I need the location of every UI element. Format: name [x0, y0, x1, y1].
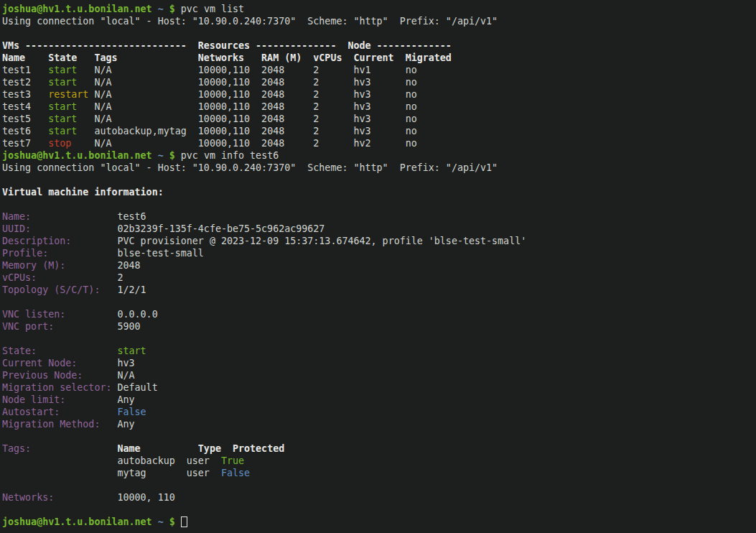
- field-value: N/A: [83, 370, 134, 381]
- field-label: Node limit:: [2, 394, 65, 405]
- terminal-line: VNC listen: 0.0.0.0: [2, 308, 756, 320]
- terminal-line: Memory (M): 2048: [2, 259, 756, 272]
- terminal-text: [164, 516, 169, 527]
- vm-row-values: N/A 10000,110 2048 2 hv1 no: [77, 65, 416, 75]
- field-label: State:: [2, 346, 37, 356]
- field-label: Migration selector:: [2, 382, 111, 393]
- field-label: VNC port:: [2, 321, 54, 332]
- field-value: 10000, 110: [54, 492, 175, 503]
- field-value: Any: [100, 419, 134, 430]
- terminal-line: [2, 296, 756, 308]
- field-label: Description:: [2, 236, 71, 246]
- vm-row-values: N/A 10000,110 2048 2 hv3 no: [77, 77, 416, 88]
- vm-state: start: [48, 101, 77, 112]
- terminal-output: joshua@hv1.t.u.bonilan.net ~ $ pvc vm li…: [2, 3, 756, 528]
- tag-row: mytag user: [2, 468, 221, 478]
- field-label: Memory (M):: [2, 260, 65, 271]
- vm-name: test1: [2, 65, 48, 75]
- vm-row-values: N/A 10000,110 2048 2 hv3 no: [77, 101, 416, 112]
- tag-protected-false: False: [221, 468, 250, 478]
- terminal-text: [164, 150, 169, 161]
- field-value-false: False: [118, 407, 146, 417]
- terminal-line: autobackup user True: [2, 455, 756, 467]
- field-label: Name:: [2, 211, 31, 222]
- field-value: PVC provisioner @ 2023-12-09 15:37:13.67…: [71, 236, 526, 246]
- terminal-line: Profile: blse-test-small: [2, 247, 756, 259]
- terminal-line: Autostart: False: [2, 406, 756, 418]
- vm-row-values: N/A 10000,110 2048 2 hv2 no: [71, 138, 416, 149]
- section-title: Virtual machine information:: [2, 187, 164, 198]
- terminal-text: [152, 516, 158, 527]
- table-column-header: Name State Tags Networks RAM (M) vCPUs C…: [2, 52, 452, 63]
- vm-state: stop: [48, 138, 71, 149]
- field-label: Networks:: [2, 492, 54, 503]
- terminal-line: test3 restart N/A 10000,110 2048 2 hv3 n…: [2, 88, 756, 101]
- tags-table-header: Name Type Protected: [118, 443, 285, 454]
- vm-name: test3: [2, 89, 48, 100]
- terminal-line: test2 start N/A 10000,110 2048 2 hv3 no: [2, 76, 756, 88]
- terminal-line: Previous Node: N/A: [2, 369, 756, 381]
- terminal-line: Using connection "local" - Host: "10.90.…: [2, 15, 756, 27]
- table-group-header: VMs ---------------------------- Resourc…: [2, 40, 452, 51]
- terminal-line: Name: test6: [2, 210, 756, 223]
- terminal-line: joshua@hv1.t.u.bonilan.net ~ $ pvc vm li…: [2, 3, 756, 15]
- terminal-line: Virtual machine information:: [2, 186, 756, 198]
- field-value: test6: [31, 211, 146, 222]
- vm-row-values: autobackup,mytag 10000,110 2048 2 hv3 no: [77, 126, 416, 136]
- field-label: UUID:: [2, 223, 31, 234]
- vm-name: test6: [2, 126, 48, 136]
- prompt-host: joshua@hv1.t.u.bonilan.net: [2, 516, 152, 527]
- terminal-text: [37, 346, 117, 356]
- terminal-line: vCPUs: 2: [2, 272, 756, 284]
- terminal-line: Using connection "local" - Host: "10.90.…: [2, 162, 756, 174]
- field-value: 2048: [65, 260, 140, 271]
- terminal-text: [152, 150, 158, 161]
- field-label: Current Node:: [2, 358, 77, 369]
- vm-state: start: [48, 65, 77, 75]
- vm-state: start: [118, 346, 146, 356]
- terminal-line: mytag user False: [2, 467, 756, 479]
- terminal-line: [2, 174, 756, 186]
- terminal-line: State: start: [2, 345, 756, 357]
- vm-name: test7: [2, 138, 48, 149]
- terminal-line: [2, 479, 756, 491]
- field-label: Tags:: [2, 443, 31, 454]
- terminal-window[interactable]: joshua@hv1.t.u.bonilan.net ~ $ pvc vm li…: [0, 0, 756, 533]
- field-label: Topology (S/C/T):: [2, 284, 100, 295]
- prompt-host: joshua@hv1.t.u.bonilan.net: [2, 150, 152, 161]
- terminal-text: [175, 516, 181, 527]
- field-value: Any: [65, 394, 134, 405]
- terminal-line: test1 start N/A 10000,110 2048 2 hv1 no: [2, 64, 756, 76]
- terminal-line: Name State Tags Networks RAM (M) vCPUs C…: [2, 52, 756, 64]
- terminal-cursor[interactable]: [181, 516, 187, 527]
- field-value: 02b3239f-135f-4cfe-be75-5c962ac99627: [31, 223, 325, 234]
- command-pvc-vm-info: pvc vm info test6: [175, 150, 279, 161]
- field-value: 5900: [54, 321, 140, 332]
- vm-state: start: [48, 113, 77, 124]
- terminal-line: Current Node: hv3: [2, 357, 756, 369]
- terminal-line: [2, 27, 756, 40]
- vm-name: test5: [2, 113, 48, 124]
- terminal-line: test5 start N/A 10000,110 2048 2 hv3 no: [2, 113, 756, 125]
- terminal-line: Tags: Name Type Protected: [2, 442, 756, 455]
- prompt-symbol: $: [169, 516, 175, 527]
- terminal-line: test6 start autobackup,mytag 10000,110 2…: [2, 125, 756, 137]
- vm-state: restart: [48, 89, 88, 100]
- field-value: Default: [111, 382, 157, 393]
- vm-row-values: N/A 10000,110 2048 2 hv3 no: [88, 89, 416, 100]
- field-label: Autostart:: [2, 407, 60, 417]
- terminal-line: Description: PVC provisioner @ 2023-12-0…: [2, 235, 756, 247]
- terminal-line: [2, 430, 756, 442]
- field-label: Migration Method:: [2, 419, 100, 430]
- terminal-line: Node limit: Any: [2, 394, 756, 406]
- terminal-line: [2, 198, 756, 210]
- field-value: 1/2/1: [100, 284, 146, 295]
- vm-state: start: [48, 126, 77, 136]
- connection-info: Using connection "local" - Host: "10.90.…: [2, 16, 498, 27]
- prompt-symbol: $: [169, 150, 175, 161]
- terminal-line: test7 stop N/A 10000,110 2048 2 hv2 no: [2, 137, 756, 149]
- terminal-line: joshua@hv1.t.u.bonilan.net ~ $: [2, 516, 756, 528]
- connection-info: Using connection "local" - Host: "10.90.…: [2, 162, 498, 173]
- field-value: 0.0.0.0: [65, 309, 157, 320]
- field-label: Profile:: [2, 248, 48, 259]
